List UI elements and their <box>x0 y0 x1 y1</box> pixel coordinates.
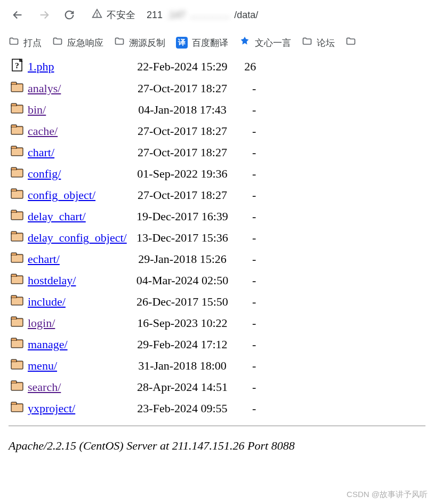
svg-rect-20 <box>11 189 17 191</box>
reload-icon <box>63 9 75 21</box>
listing-link[interactable]: delay_chart/ <box>28 210 86 223</box>
arrow-left-icon <box>12 9 24 21</box>
svg-rect-15 <box>12 149 22 155</box>
listing-size: - <box>234 142 260 163</box>
listing-link[interactable]: chart/ <box>28 146 54 159</box>
listing-date: 29-Jan-2018 15:26 <box>131 249 234 270</box>
folder-icon <box>9 142 26 163</box>
table-row: cache/27-Oct-2017 18:27- <box>9 121 260 142</box>
folder-icon <box>9 355 26 377</box>
listing-date: 23-Feb-2024 09:55 <box>131 398 234 419</box>
svg-rect-26 <box>11 231 17 234</box>
svg-rect-45 <box>12 362 22 369</box>
url-blurred: .147 <box>167 10 186 21</box>
folder-icon <box>9 227 26 249</box>
bookmarks-bar: 打点应急响应溯源反制译百度翻译文心一言论坛 <box>0 30 434 55</box>
bookmark-item-0[interactable]: 打点 <box>9 36 42 50</box>
svg-rect-11 <box>11 125 17 127</box>
svg-rect-29 <box>11 253 17 255</box>
bookmark-item-3[interactable]: 译百度翻译 <box>176 37 228 49</box>
svg-rect-18 <box>12 170 22 177</box>
listing-link[interactable]: menu/ <box>28 359 57 372</box>
listing-link[interactable]: cache/ <box>28 124 58 138</box>
table-row: include/26-Dec-2017 15:50- <box>9 291 260 313</box>
reload-button[interactable] <box>60 5 79 25</box>
svg-rect-12 <box>12 127 22 134</box>
listing-link[interactable]: login/ <box>28 316 55 330</box>
folder-icon <box>9 334 26 355</box>
svg-rect-24 <box>12 213 22 219</box>
listing-link[interactable]: config_object/ <box>28 188 95 202</box>
bookmark-item-1[interactable]: 应急响应 <box>52 36 103 50</box>
listing-date: 27-Oct-2017 18:27 <box>131 142 234 163</box>
listing-link[interactable]: manage/ <box>28 338 68 351</box>
svg-rect-5 <box>11 82 17 85</box>
folder-icon <box>9 398 26 419</box>
bookmark-item-5[interactable]: 论坛 <box>302 36 335 50</box>
listing-size: - <box>234 313 260 334</box>
listing-date: 16-Sep-2023 10:22 <box>131 313 234 334</box>
translate-icon: 译 <box>176 37 188 49</box>
listing-size: - <box>234 291 260 313</box>
folder-icon <box>9 313 26 334</box>
svg-rect-23 <box>11 210 17 213</box>
listing-date: 27-Oct-2017 18:27 <box>131 185 234 206</box>
folder-icon <box>9 249 26 270</box>
bookmark-label: 应急响应 <box>67 37 103 49</box>
listing-size: - <box>234 227 260 249</box>
address-bar[interactable]: 不安全 211 .147 ............... /data/ <box>85 5 425 25</box>
bookmark-item-overflow[interactable] <box>345 36 356 50</box>
listing-link[interactable]: search/ <box>28 380 61 394</box>
url-blurred2: ............... <box>190 10 230 21</box>
forward-button[interactable] <box>34 5 53 25</box>
svg-rect-41 <box>11 338 17 341</box>
listing-date: 27-Oct-2017 18:27 <box>131 121 234 142</box>
listing-link[interactable]: hostdelay/ <box>28 274 76 287</box>
unknown-icon: ? <box>9 55 26 78</box>
directory-listing: ?1.php22-Feb-2024 15:2926analys/27-Oct-2… <box>0 55 434 439</box>
svg-rect-50 <box>11 402 17 405</box>
listing-link[interactable]: analys/ <box>28 82 61 95</box>
svg-rect-27 <box>12 234 22 241</box>
separator <box>9 426 425 426</box>
table-row: manage/29-Feb-2024 17:12- <box>9 334 260 355</box>
folder-icon <box>9 185 26 206</box>
url-prefix: 211 <box>147 10 163 21</box>
folder-icon <box>9 121 26 142</box>
svg-point-1 <box>97 15 98 16</box>
listing-link[interactable]: bin/ <box>28 103 46 116</box>
listing-date: 13-Dec-2017 15:36 <box>131 227 234 249</box>
svg-rect-36 <box>12 298 22 305</box>
insecure-icon <box>92 9 102 22</box>
listing-link[interactable]: 1.php <box>28 60 54 73</box>
svg-rect-32 <box>11 274 17 277</box>
listing-size: - <box>234 249 260 270</box>
svg-rect-33 <box>12 277 22 283</box>
bookmark-label: 溯源反制 <box>129 37 165 49</box>
svg-rect-39 <box>12 319 22 326</box>
table-row: analys/27-Oct-2017 18:27- <box>9 78 260 99</box>
listing-date: 01-Sep-2022 19:36 <box>131 163 234 185</box>
listing-link[interactable]: include/ <box>28 295 66 308</box>
table-row: hostdelay/04-Mar-2024 02:50- <box>9 270 260 291</box>
listing-link[interactable]: echart/ <box>28 252 60 266</box>
listing-size: - <box>234 99 260 121</box>
listing-link[interactable]: yxproject/ <box>28 402 75 415</box>
listing-size: - <box>234 270 260 291</box>
bookmark-item-4[interactable]: 文心一言 <box>239 36 291 50</box>
bookmark-item-2[interactable]: 溯源反制 <box>114 36 165 50</box>
bookmark-label: 文心一言 <box>255 37 291 49</box>
listing-table: ?1.php22-Feb-2024 15:2926analys/27-Oct-2… <box>9 55 260 419</box>
svg-rect-8 <box>11 103 17 106</box>
listing-size: - <box>234 398 260 419</box>
folder-icon <box>52 36 63 50</box>
server-footer: Apache/2.2.15 (CentOS) Server at 211.147… <box>0 439 434 459</box>
listing-link[interactable]: config/ <box>28 167 61 180</box>
back-button[interactable] <box>9 5 28 25</box>
svg-rect-47 <box>11 381 17 383</box>
table-row: config/01-Sep-2022 19:36- <box>9 163 260 185</box>
folder-icon <box>9 270 26 291</box>
listing-date: 26-Dec-2017 15:50 <box>131 291 234 313</box>
listing-link[interactable]: delay_config_object/ <box>28 231 127 244</box>
svg-rect-6 <box>12 85 22 91</box>
